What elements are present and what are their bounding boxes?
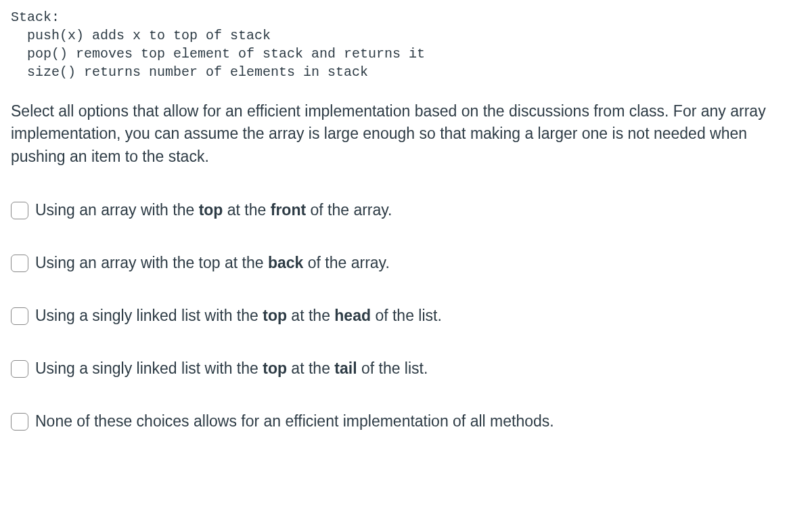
question-text: Select all options that allow for an eff… [11,100,801,168]
option-4[interactable]: None of these choices allows for an effi… [11,412,801,432]
code-line-2: push(x) adds x to top of stack [11,28,271,43]
checkbox-icon[interactable] [11,255,28,272]
options-group: Using an array with the top at the front… [11,200,801,431]
option-label: Using a singly linked list with the top … [35,306,442,326]
checkbox-icon[interactable] [11,413,28,431]
code-block: Stack: push(x) adds x to top of stack po… [11,8,801,81]
option-label: Using a singly linked list with the top … [35,359,428,379]
option-label: None of these choices allows for an effi… [35,412,554,432]
option-2[interactable]: Using a singly linked list with the top … [11,306,801,326]
option-0[interactable]: Using an array with the top at the front… [11,200,801,221]
code-line-1: Stack: [11,9,60,25]
option-3[interactable]: Using a singly linked list with the top … [11,359,801,379]
option-label: Using an array with the top at the back … [35,253,390,273]
option-label: Using an array with the top at the front… [35,200,392,221]
checkbox-icon[interactable] [11,202,28,219]
checkbox-icon[interactable] [11,360,28,378]
checkbox-icon[interactable] [11,307,28,325]
code-line-3: pop() removes top element of stack and r… [11,46,425,62]
code-line-4: size() returns number of elements in sta… [11,64,368,80]
option-1[interactable]: Using an array with the top at the back … [11,253,801,273]
